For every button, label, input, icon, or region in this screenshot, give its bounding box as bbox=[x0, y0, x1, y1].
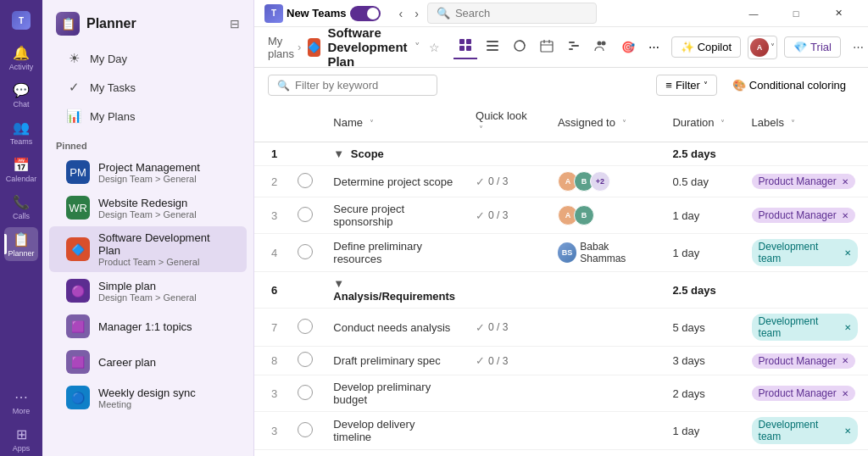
table-row: 2 Determine project scope ✓ 0 / 3 A B bbox=[254, 166, 868, 197]
my-tasks-icon: ✓ bbox=[66, 80, 81, 95]
breadcrumb-my-plans[interactable]: My plans bbox=[268, 35, 294, 60]
duration-cell: 0.5 day bbox=[662, 166, 741, 197]
view-goal-icon[interactable]: 🎯 bbox=[616, 37, 640, 57]
table-header-row: Name ˅ Quick look ˅ Assigned to ˅ Durati… bbox=[254, 103, 868, 142]
sidebar-item-my-day[interactable]: ☀ My Day bbox=[49, 45, 247, 72]
pinned-simple-plan[interactable]: 🟣 Simple plan Design Team > General bbox=[49, 274, 247, 308]
group-collapse-icon[interactable]: ▼ bbox=[333, 147, 344, 160]
sidebar-expand-btn[interactable]: ⊟ bbox=[230, 17, 240, 31]
ql-check-icon: ✓ bbox=[476, 321, 485, 334]
nav-calendar[interactable]: 📅 Calendar bbox=[4, 153, 38, 186]
svg-rect-8 bbox=[541, 42, 553, 52]
filter-input[interactable] bbox=[295, 79, 428, 92]
trial-button[interactable]: 💎 Trial bbox=[784, 36, 841, 58]
quick-look: ✓ 0 / 3 bbox=[476, 321, 537, 334]
pinned-website-redesign[interactable]: WR Website Redesign Design Team > Genera… bbox=[49, 191, 247, 225]
plan-dropdown-icon[interactable]: ˅ bbox=[415, 41, 420, 53]
tag-remove-icon[interactable]: ✕ bbox=[842, 211, 849, 220]
view-chart-icon[interactable] bbox=[508, 36, 531, 58]
sidebar-item-my-plans[interactable]: 📊 My Plans bbox=[49, 103, 247, 130]
nav-apps[interactable]: ⊞ Apps bbox=[4, 422, 38, 456]
conditional-coloring-button[interactable]: 🎨 Conditional coloring bbox=[724, 75, 854, 95]
group-name: ▼ Design bbox=[323, 450, 465, 457]
duration-cell: 1 day bbox=[662, 234, 741, 272]
svg-rect-0 bbox=[459, 39, 465, 44]
duration-cell: 1 day bbox=[662, 197, 741, 234]
nav-teams[interactable]: 👥 Teams bbox=[4, 115, 38, 149]
copilot-button[interactable]: ✨ Copilot bbox=[671, 36, 741, 58]
task-checkbox[interactable] bbox=[298, 319, 313, 334]
tag-label: Development team ✕ bbox=[752, 417, 858, 444]
view-more-icon[interactable]: ⋯ bbox=[643, 37, 665, 57]
duration-cell: 1 day bbox=[662, 412, 741, 450]
col-name[interactable]: Name ˅ bbox=[323, 103, 465, 142]
avatars: A B +2 bbox=[558, 171, 652, 192]
task-checkbox[interactable] bbox=[298, 422, 313, 437]
task-checkbox[interactable] bbox=[298, 207, 313, 222]
col-check bbox=[287, 103, 323, 142]
nav-activity[interactable]: 🔔 Activity bbox=[4, 41, 38, 75]
minimize-button[interactable]: — bbox=[734, 0, 773, 27]
pinned-software-dev-plan[interactable]: 🔷 Software Development Plan Product Team… bbox=[49, 226, 247, 272]
user-avatar-btn[interactable]: A ˅ bbox=[748, 36, 777, 59]
pinned-weekly-design-sync[interactable]: 🔵 Weekly design sync Meeting bbox=[49, 381, 247, 414]
pinned-career-plan[interactable]: 🟪 Career plan bbox=[49, 345, 247, 379]
tasks-table: Name ˅ Quick look ˅ Assigned to ˅ Durati… bbox=[254, 103, 868, 456]
active-indicator bbox=[4, 234, 7, 254]
view-list-icon[interactable] bbox=[481, 36, 504, 58]
table-row: 6 ▼ Analysis/Requirements 2.5 days bbox=[254, 272, 868, 309]
tag-remove-icon[interactable]: ✕ bbox=[844, 323, 851, 332]
toggle-switch[interactable] bbox=[350, 6, 381, 21]
row-num: 9 bbox=[254, 450, 287, 457]
task-checkbox[interactable] bbox=[298, 385, 313, 400]
nav-chat[interactable]: 💬 Chat bbox=[4, 78, 38, 112]
task-checkbox[interactable] bbox=[298, 352, 313, 367]
tag-remove-icon[interactable]: ✕ bbox=[842, 177, 849, 186]
task-name: Draft preliminary spec bbox=[323, 347, 465, 375]
svg-rect-3 bbox=[466, 46, 471, 51]
maximize-button[interactable]: □ bbox=[776, 0, 815, 27]
row-num: 3 bbox=[254, 375, 287, 412]
plan-header: My plans › 🔷 Software Development Plan ˅… bbox=[254, 27, 868, 68]
tag-remove-icon[interactable]: ✕ bbox=[842, 389, 849, 398]
search-input[interactable] bbox=[455, 7, 587, 19]
task-name: Secure project sponsorship bbox=[323, 197, 465, 234]
svg-rect-5 bbox=[487, 45, 498, 47]
filter-button[interactable]: ≡ Filter ˅ bbox=[656, 75, 716, 96]
col-labels[interactable]: Labels ˅ bbox=[742, 103, 868, 142]
search-box[interactable]: 🔍 bbox=[427, 3, 597, 24]
nav-more[interactable]: ⋯ More bbox=[4, 385, 38, 419]
nav-forward[interactable]: › bbox=[411, 3, 422, 24]
pinned-icon-sd: 🔷 bbox=[66, 237, 90, 261]
pinned-manager-topics[interactable]: 🟪 Manager 1:1 topics bbox=[49, 309, 247, 343]
col-duration[interactable]: Duration ˅ bbox=[662, 103, 741, 142]
row-num: 4 bbox=[254, 234, 287, 272]
view-gantt-icon[interactable] bbox=[562, 36, 586, 58]
avatar-plus: +2 bbox=[590, 171, 610, 192]
pinned-project-management[interactable]: PM Project Management Design Team > Gene… bbox=[49, 155, 247, 189]
duration-sort-icon: ˅ bbox=[721, 119, 725, 128]
close-button[interactable]: ✕ bbox=[819, 0, 858, 27]
col-quick-look[interactable]: Quick look ˅ bbox=[465, 103, 548, 142]
nav-planner[interactable]: 📋 Planner bbox=[4, 227, 38, 261]
view-calendar-icon[interactable] bbox=[535, 36, 559, 58]
tag-remove-icon[interactable]: ✕ bbox=[844, 248, 851, 258]
tag-remove-icon[interactable]: ✕ bbox=[842, 356, 849, 365]
view-people-icon[interactable] bbox=[589, 36, 613, 58]
task-checkbox[interactable] bbox=[298, 173, 313, 188]
plan-star-icon[interactable]: ☆ bbox=[429, 41, 440, 54]
group-collapse-icon[interactable]: ▼ bbox=[333, 277, 344, 290]
task-checkbox[interactable] bbox=[298, 244, 313, 259]
view-grid-icon[interactable] bbox=[453, 35, 477, 59]
assigned-name: Babak Shammas bbox=[580, 241, 652, 264]
col-assigned-to[interactable]: Assigned to ˅ bbox=[548, 103, 662, 142]
col-num bbox=[254, 103, 287, 142]
nav-calls[interactable]: 📞 Calls bbox=[4, 190, 38, 224]
tag-label: Product Manager ✕ bbox=[752, 174, 855, 189]
more-options-icon[interactable]: ⋯ bbox=[848, 37, 868, 57]
sidebar-item-my-tasks[interactable]: ✓ My Tasks bbox=[49, 74, 247, 101]
tag-remove-icon[interactable]: ✕ bbox=[844, 426, 851, 436]
filter-input-box[interactable]: 🔍 bbox=[268, 75, 437, 96]
copilot-icon: ✨ bbox=[681, 41, 694, 53]
nav-back[interactable]: ‹ bbox=[396, 3, 407, 24]
